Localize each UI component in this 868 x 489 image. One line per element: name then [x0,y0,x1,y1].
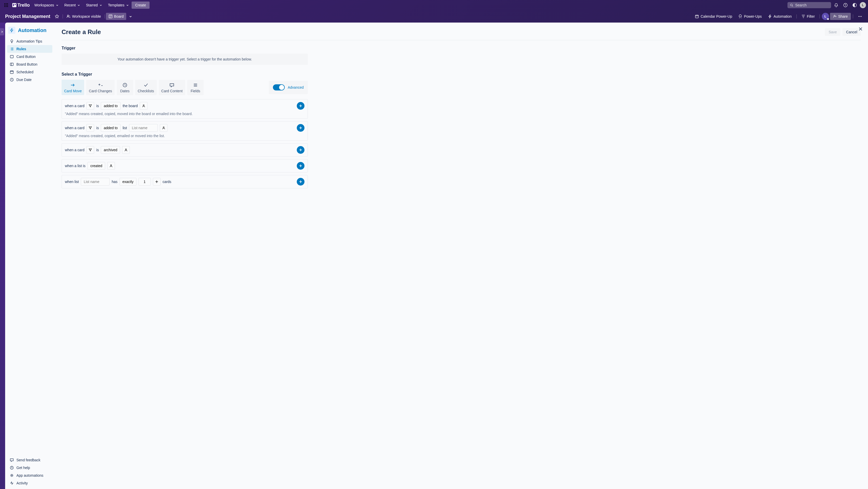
trigger-empty-message: Your automation doesn't have a trigger y… [62,54,308,65]
sidebar-item-tips[interactable]: Automation Tips [7,37,52,45]
automation-panel: Automation Automation Tips Rules Card Bu… [5,23,868,489]
nav-templates[interactable]: Templates [105,2,132,9]
member-avatar[interactable]: L [822,13,829,20]
calendar-powerup-button[interactable]: Calendar Power-Up [692,13,735,20]
tab-dates[interactable]: Dates [117,80,133,95]
add-trigger-button[interactable] [297,178,305,186]
add-trigger-button[interactable] [297,146,305,154]
list-name-input[interactable] [84,180,107,184]
expand-sidebar-tab[interactable] [0,28,4,35]
svg-point-27 [11,475,12,476]
filter-pill[interactable] [87,146,94,154]
brand-logo[interactable]: Trello [12,3,30,8]
sidebar-item-card-button[interactable]: Card Button [7,53,52,61]
share-button[interactable]: Share [830,13,851,20]
svg-point-20 [860,16,861,17]
plus-icon [155,180,158,184]
action-pill[interactable]: added to [101,124,121,132]
sidebar-item-app-automations[interactable]: App automations [7,471,52,479]
comparison-pill[interactable]: exactly [120,178,136,186]
speech-icon [169,82,175,88]
count-input-pill[interactable] [138,178,151,186]
sidebar-title-text: Automation [18,27,46,33]
sidebar-item-due-date[interactable]: Due Date [7,76,52,84]
list-name-input-pill[interactable] [129,124,158,132]
save-button[interactable]: Save [825,28,840,36]
star-button[interactable] [52,13,62,20]
plus-icon [299,104,302,108]
automation-button[interactable]: Automation [766,13,795,20]
by-user-pill[interactable] [160,124,167,132]
svg-rect-22 [10,55,13,58]
tab-label: Card Changes [89,89,112,93]
more-options-pill[interactable] [153,178,161,186]
sidebar-item-board-button[interactable]: Board Button [7,61,52,68]
trigger-text: list [123,126,127,130]
by-user-pill[interactable] [140,102,148,110]
action-pill[interactable]: added to [101,102,121,110]
svg-point-18 [834,15,835,16]
by-user-pill[interactable] [122,146,130,154]
powerups-button[interactable]: Power-Ups [736,13,764,20]
action-pill[interactable]: archived [101,146,120,154]
nav-starred[interactable]: Starred [83,2,105,9]
board-menu-button[interactable] [855,12,865,20]
trigger-row: when a card is added to list "Added" mea… [62,121,308,141]
board-name[interactable]: Project Management [3,14,52,19]
add-trigger-button[interactable] [297,162,305,170]
svg-point-30 [163,127,164,128]
filter-pill[interactable] [87,102,94,110]
list-name-input[interactable] [132,126,155,130]
sidebar-item-help[interactable]: Get help [7,464,52,471]
search-box[interactable] [787,2,831,8]
by-user-pill[interactable] [107,162,115,170]
board-view-button[interactable]: Board [106,13,126,20]
tab-fields[interactable]: Fields [187,80,204,95]
nav-recent[interactable]: Recent [62,2,83,9]
tab-card-content[interactable]: Card Content [159,80,185,95]
board-header-right: Calendar Power-Up Power-Ups Automation F… [692,12,865,20]
sidebar-label: Due Date [17,78,32,82]
filter-pill[interactable] [87,124,94,132]
filter-button[interactable]: Filter [799,13,817,20]
nav-workspaces[interactable]: Workspaces [32,2,61,9]
tab-card-changes[interactable]: Card Changes [86,80,115,95]
trigger-help-text: "Added" means created, copied, emailed o… [65,134,305,138]
sidebar-item-rules[interactable]: Rules [7,45,52,53]
notifications-button[interactable] [832,1,840,9]
funnel-icon [89,148,92,152]
powerups-label: Power-Ups [744,14,762,19]
user-avatar[interactable]: L [860,2,866,8]
svg-point-19 [859,16,859,17]
action-pill[interactable]: created [88,162,105,170]
arrow-right-icon [70,82,76,88]
nav-label: Templates [108,3,124,7]
tab-card-move[interactable]: Card Move [62,80,84,95]
list-name-input-pill[interactable] [81,178,110,186]
count-input[interactable] [141,180,148,184]
sidebar-item-feedback[interactable]: Send feedback [7,456,52,464]
add-trigger-button[interactable] [297,102,305,110]
theme-button[interactable] [850,1,859,9]
tab-checklists[interactable]: Checklists [135,80,157,95]
trigger-text: is [96,104,99,108]
add-trigger-button[interactable] [297,124,305,132]
chevron-down-icon [99,4,102,7]
chevron-down-icon [56,4,59,7]
svg-rect-5 [7,5,8,6]
search-input[interactable] [795,3,829,7]
list-icon [10,47,14,51]
advanced-toggle[interactable] [273,84,285,91]
apps-grid-icon [4,3,8,7]
chevron-down-icon [77,4,80,7]
sidebar-item-activity[interactable]: Activity [7,479,52,487]
create-button[interactable]: Create [132,2,150,9]
view-switch-button[interactable] [126,13,135,20]
workspace-visible-button[interactable]: Workspace visible [64,13,104,20]
automation-sidebar: Automation Automation Tips Rules Card Bu… [5,23,54,489]
apps-menu-button[interactable] [2,1,10,9]
close-icon [858,26,863,32]
sidebar-item-scheduled[interactable]: Scheduled [7,68,52,76]
close-button[interactable] [858,26,863,33]
help-button[interactable] [841,1,849,9]
